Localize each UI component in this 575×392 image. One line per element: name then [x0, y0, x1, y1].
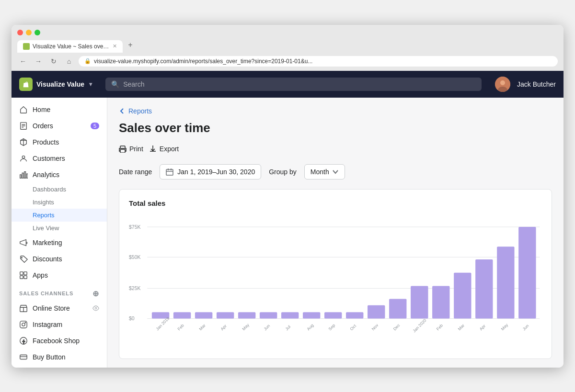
products-icon	[19, 138, 28, 146]
back-button[interactable]: ←	[17, 56, 29, 67]
sidebar-sub-reports[interactable]: Reports	[12, 209, 107, 222]
svg-rect-12	[24, 171, 26, 178]
svg-text:Aug: Aug	[306, 323, 314, 331]
svg-rect-60	[518, 227, 536, 319]
calendar-icon	[166, 168, 173, 176]
svg-rect-51	[324, 312, 342, 318]
chart-title: Total sales	[129, 199, 542, 207]
svg-rect-46	[217, 312, 234, 318]
facebook-shop-label: Facebook Shop	[33, 337, 80, 345]
shop-logo[interactable]: Visualize Value ▾	[19, 78, 92, 91]
export-label: Export	[160, 145, 179, 153]
svg-text:Sep: Sep	[327, 323, 336, 331]
top-nav-actions: Jack Butcher	[495, 77, 556, 92]
svg-rect-58	[475, 259, 493, 319]
svg-rect-59	[497, 246, 514, 318]
svg-rect-30	[120, 146, 125, 148]
svg-rect-18	[24, 275, 27, 278]
sidebar-item-products[interactable]: Products	[12, 134, 107, 150]
orders-icon	[19, 122, 28, 130]
page-actions: Print Export	[119, 143, 552, 155]
sidebar-item-orders[interactable]: Orders 5	[12, 118, 107, 134]
group-by-value: Month	[310, 168, 329, 176]
sidebar-item-customers[interactable]: Customers	[12, 150, 107, 167]
svg-text:$75K: $75K	[129, 224, 141, 229]
svg-rect-29	[120, 149, 125, 153]
date-range-value: Jan 1, 2019–Jun 30, 2020	[177, 168, 255, 176]
breadcrumb[interactable]: Reports	[119, 107, 552, 115]
instagram-label: Instagram	[33, 321, 62, 328]
sidebar-sub-live-view[interactable]: Live View	[12, 222, 107, 235]
maximize-dot[interactable]	[34, 30, 40, 35]
svg-rect-10	[20, 175, 22, 178]
apps-label: Apps	[33, 271, 48, 279]
sidebar-item-instagram[interactable]: Instagram	[12, 316, 107, 333]
svg-point-23	[22, 323, 25, 325]
svg-text:Feb: Feb	[436, 323, 444, 331]
svg-text:Mar: Mar	[198, 323, 207, 331]
main-content: Reports Sales over time Print Export	[107, 98, 564, 368]
date-range-picker[interactable]: Jan 1, 2019–Jun 30, 2020	[160, 164, 261, 179]
orders-badge: 5	[91, 123, 99, 129]
home-button[interactable]: ⌂	[63, 56, 75, 67]
sidebar-item-buy-button[interactable]: Buy Button	[12, 349, 107, 365]
search-bar[interactable]: 🔍 Search	[105, 78, 482, 91]
shop-name: Visualize Value	[36, 80, 84, 88]
print-button[interactable]: Print	[119, 143, 143, 155]
svg-rect-22	[20, 321, 27, 327]
buy-button-label: Buy Button	[33, 353, 66, 361]
address-bar[interactable]: 🔒 visualize-value.myshopify.com/admin/re…	[79, 56, 558, 67]
customers-icon	[19, 154, 28, 163]
marketing-label: Marketing	[33, 239, 62, 246]
lock-icon: 🔒	[84, 58, 91, 64]
svg-rect-52	[346, 312, 363, 318]
home-icon	[19, 105, 28, 114]
svg-text:Mar: Mar	[457, 323, 466, 331]
sidebar-item-online-store[interactable]: Online Store	[12, 300, 107, 316]
sidebar-item-marketing[interactable]: Marketing	[12, 235, 107, 251]
sidebar-item-apps[interactable]: Apps	[12, 267, 107, 283]
avatar-image	[495, 77, 510, 92]
svg-text:$25K: $25K	[129, 285, 141, 291]
svg-rect-16	[24, 271, 27, 274]
close-dot[interactable]	[17, 30, 23, 35]
group-by-select[interactable]: Month	[304, 164, 345, 179]
active-tab[interactable]: Visualize Value ~ Sales over ti... ✕	[17, 40, 123, 53]
marketing-icon	[19, 238, 28, 247]
sidebar-sub-insights[interactable]: Insights	[12, 196, 107, 209]
buy-icon	[19, 353, 28, 361]
svg-rect-48	[260, 312, 277, 318]
search-placeholder: Search	[123, 80, 144, 88]
customers-label: Customers	[33, 155, 65, 162]
breadcrumb-back-icon	[119, 108, 126, 114]
chart-card: Total sales $75K $50K $25K $0	[119, 189, 552, 359]
export-button[interactable]: Export	[149, 143, 179, 155]
online-store-label: Online Store	[33, 304, 70, 312]
add-sales-channel-icon[interactable]: ⊕	[92, 289, 99, 298]
refresh-button[interactable]: ↻	[48, 56, 59, 67]
forward-button[interactable]: →	[33, 56, 44, 67]
svg-text:$50K: $50K	[129, 254, 141, 260]
sidebar-item-analytics[interactable]: Analytics	[12, 167, 107, 183]
products-label: Products	[33, 138, 59, 146]
discounts-label: Discounts	[33, 255, 62, 263]
sales-channels-label: SALES CHANNELS ⊕	[12, 283, 107, 300]
svg-rect-53	[368, 305, 385, 318]
new-tab-button[interactable]: +	[125, 39, 136, 51]
sidebar-item-facebook-shop[interactable]: Facebook Shop	[12, 333, 107, 349]
sidebar-item-discounts[interactable]: Discounts	[12, 251, 107, 267]
minimize-dot[interactable]	[26, 30, 32, 35]
svg-text:Jan 2020: Jan 2020	[412, 318, 427, 333]
apps-icon	[19, 271, 28, 280]
analytics-label: Analytics	[33, 171, 59, 179]
tab-close-icon[interactable]: ✕	[113, 43, 117, 49]
chart-area: $75K $50K $25K $0	[129, 215, 542, 349]
svg-text:Jun: Jun	[263, 323, 271, 331]
shop-dropdown-icon[interactable]: ▾	[89, 81, 92, 88]
sidebar-item-home[interactable]: Home	[12, 101, 107, 118]
svg-text:$0: $0	[129, 315, 135, 321]
group-by-label: Group by	[269, 168, 297, 176]
user-avatar[interactable]	[495, 77, 510, 92]
sidebar-sub-dashboards[interactable]: Dashboards	[12, 183, 107, 196]
svg-rect-11	[22, 173, 23, 178]
